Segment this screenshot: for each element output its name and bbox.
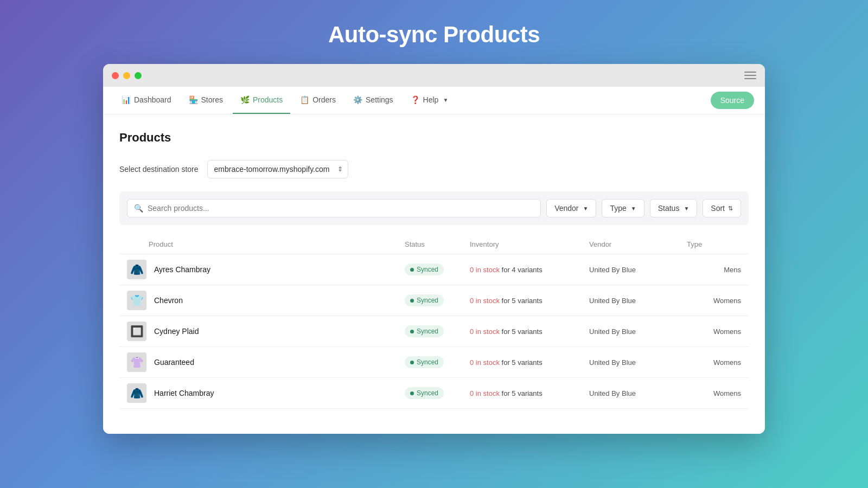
header-vendor: Vendor bbox=[589, 240, 687, 248]
status-dot-icon bbox=[410, 330, 414, 333]
nav-dashboard[interactable]: 📊 Dashboard bbox=[114, 87, 179, 114]
nav-products[interactable]: 🌿 Products bbox=[233, 87, 290, 114]
minimize-button[interactable] bbox=[123, 72, 130, 79]
type-chevron-icon: ▼ bbox=[631, 206, 636, 211]
product-inventory: 0 in stock for 5 variants bbox=[470, 297, 589, 305]
out-of-stock-label: 0 in stock bbox=[470, 297, 500, 305]
product-thumbnail: 👕 bbox=[127, 291, 146, 310]
product-inventory: 0 in stock for 5 variants bbox=[470, 328, 589, 336]
header-thumb bbox=[127, 240, 149, 248]
status-filter-button[interactable]: Status ▼ bbox=[650, 199, 698, 217]
store-select[interactable]: embrace-tomorrow.myshopify.com bbox=[207, 160, 348, 178]
traffic-lights bbox=[112, 72, 142, 79]
product-thumbnail: 🧥 bbox=[127, 383, 146, 403]
status-dot-icon bbox=[410, 299, 414, 303]
content-area: 📊 Dashboard 🏪 Stores 🌿 Products 📋 Orders… bbox=[103, 87, 765, 434]
product-inventory: 0 in stock for 5 variants bbox=[470, 358, 589, 367]
main-content: Products Select destination store embrac… bbox=[103, 114, 765, 420]
product-name: Chevron bbox=[149, 296, 405, 305]
product-status: Synced bbox=[405, 264, 470, 275]
inventory-variants: for 5 variants bbox=[502, 297, 542, 305]
source-button[interactable]: Source bbox=[711, 92, 754, 109]
table-row[interactable]: 🔲 Cydney Plaid Synced 0 in stock for 5 v… bbox=[119, 316, 749, 347]
product-type: Mens bbox=[687, 266, 741, 274]
search-icon: 🔍 bbox=[134, 204, 143, 213]
header-inventory: Inventory bbox=[470, 240, 589, 248]
status-filter-label: Status bbox=[658, 204, 680, 213]
nav-help-label: Help bbox=[423, 95, 439, 104]
product-vendor: United By Blue bbox=[589, 266, 687, 274]
nav-dashboard-label: Dashboard bbox=[134, 95, 171, 104]
inventory-variants: for 5 variants bbox=[502, 328, 542, 336]
close-button[interactable] bbox=[112, 72, 119, 79]
help-icon: ❓ bbox=[411, 95, 420, 104]
table-header: Product Status Inventory Vendor Type bbox=[119, 235, 749, 254]
product-vendor: United By Blue bbox=[589, 389, 687, 397]
inventory-variants: for 4 variants bbox=[502, 266, 542, 274]
maximize-button[interactable] bbox=[135, 72, 142, 79]
out-of-stock-label: 0 in stock bbox=[470, 358, 500, 367]
stores-icon: 🏪 bbox=[189, 95, 198, 104]
out-of-stock-label: 0 in stock bbox=[470, 266, 500, 274]
status-badge: Synced bbox=[405, 294, 444, 306]
table-row[interactable]: 👚 Guaranteed Synced 0 in stock for 5 var… bbox=[119, 347, 749, 378]
product-status: Synced bbox=[405, 387, 470, 399]
nav-items: 📊 Dashboard 🏪 Stores 🌿 Products 📋 Orders… bbox=[114, 87, 711, 114]
nav-stores[interactable]: 🏪 Stores bbox=[181, 87, 231, 114]
table-row[interactable]: 🧥 Ayres Chambray Synced 0 in stock for 4… bbox=[119, 254, 749, 285]
product-thumbnail: 🧥 bbox=[127, 260, 146, 279]
vendor-filter-button[interactable]: Vendor ▼ bbox=[546, 199, 596, 217]
sort-button[interactable]: Sort ⇅ bbox=[703, 199, 741, 217]
inventory-variants: for 5 variants bbox=[502, 358, 542, 367]
nav-settings[interactable]: ⚙️ Settings bbox=[346, 87, 401, 114]
status-badge: Synced bbox=[405, 387, 444, 399]
filter-bar: 🔍 Vendor ▼ Type ▼ Status ▼ Sort ⇅ bbox=[119, 191, 749, 225]
status-badge: Synced bbox=[405, 264, 444, 275]
nav-settings-label: Settings bbox=[366, 95, 393, 104]
product-name: Cydney Plaid bbox=[149, 327, 405, 336]
dashboard-icon: 📊 bbox=[122, 95, 131, 104]
status-badge: Synced bbox=[405, 356, 444, 368]
out-of-stock-label: 0 in stock bbox=[470, 389, 500, 397]
product-inventory: 0 in stock for 4 variants bbox=[470, 266, 589, 274]
table-row[interactable]: 🧥 Harriet Chambray Synced 0 in stock for… bbox=[119, 378, 749, 409]
header-type: Type bbox=[687, 240, 741, 248]
status-dot-icon bbox=[410, 391, 414, 395]
section-title: Products bbox=[119, 131, 749, 145]
product-name: Harriet Chambray bbox=[149, 389, 405, 397]
nav-orders-label: Orders bbox=[312, 95, 336, 104]
status-dot-icon bbox=[410, 268, 414, 272]
orders-icon: 📋 bbox=[300, 95, 309, 104]
product-type: Womens bbox=[687, 389, 741, 397]
inventory-variants: for 5 variants bbox=[502, 389, 542, 397]
product-rows: 🧥 Ayres Chambray Synced 0 in stock for 4… bbox=[119, 254, 749, 409]
status-badge: Synced bbox=[405, 325, 444, 337]
table-row[interactable]: 👕 Chevron Synced 0 in stock for 5 varian… bbox=[119, 285, 749, 316]
product-type: Womens bbox=[687, 358, 741, 367]
settings-icon: ⚙️ bbox=[353, 95, 362, 104]
nav-products-label: Products bbox=[253, 95, 283, 104]
search-box: 🔍 bbox=[127, 199, 541, 217]
status-chevron-icon: ▼ bbox=[684, 206, 689, 211]
product-inventory: 0 in stock for 5 variants bbox=[470, 389, 589, 397]
menu-button[interactable] bbox=[744, 72, 756, 79]
nav-stores-label: Stores bbox=[201, 95, 223, 104]
app-window: 📊 Dashboard 🏪 Stores 🌿 Products 📋 Orders… bbox=[103, 64, 765, 434]
product-thumbnail: 🔲 bbox=[127, 322, 146, 341]
type-filter-button[interactable]: Type ▼ bbox=[602, 199, 644, 217]
product-type: Womens bbox=[687, 328, 741, 336]
product-vendor: United By Blue bbox=[589, 358, 687, 367]
vendor-chevron-icon: ▼ bbox=[583, 206, 589, 211]
type-filter-label: Type bbox=[610, 204, 626, 213]
product-name: Ayres Chambray bbox=[149, 265, 405, 274]
product-status: Synced bbox=[405, 356, 470, 368]
status-dot-icon bbox=[410, 361, 414, 364]
search-input[interactable] bbox=[148, 204, 534, 213]
store-selector-label: Select destination store bbox=[119, 165, 199, 174]
page-title: Auto-sync Products bbox=[328, 22, 540, 48]
navbar: 📊 Dashboard 🏪 Stores 🌿 Products 📋 Orders… bbox=[103, 87, 765, 114]
nav-help[interactable]: ❓ Help ▼ bbox=[403, 87, 456, 114]
store-select-wrapper: embrace-tomorrow.myshopify.com ⇕ bbox=[207, 160, 348, 178]
nav-orders[interactable]: 📋 Orders bbox=[292, 87, 343, 114]
out-of-stock-label: 0 in stock bbox=[470, 328, 500, 336]
